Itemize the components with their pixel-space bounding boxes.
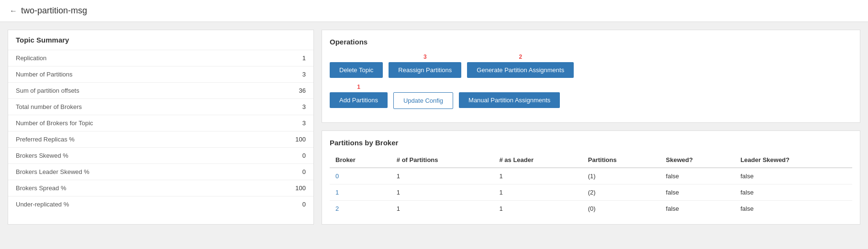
summary-label: Brokers Leader Skewed % bbox=[8, 164, 247, 180]
summary-row: Number of Brokers for Topic 3 bbox=[8, 115, 313, 131]
summary-label: Preferred Replicas % bbox=[8, 131, 247, 148]
summary-label: Number of Brokers for Topic bbox=[8, 115, 247, 131]
right-panel: Operations Delete Topic3Reassign Partiti… bbox=[322, 30, 860, 225]
partitions-table: Broker# of Partitions# as LeaderPartitio… bbox=[330, 152, 852, 217]
badge-reassign-partitions: 3 bbox=[423, 54, 427, 61]
partitions-by-broker-title: Partitions by Broker bbox=[330, 139, 852, 147]
delete-topic-button[interactable]: Delete Topic bbox=[330, 62, 383, 78]
partitions-column-header: # as Leader bbox=[493, 152, 582, 168]
partitions-list: (0) bbox=[582, 201, 660, 217]
summary-label: Brokers Skewed % bbox=[8, 148, 247, 164]
reassign-partitions-button[interactable]: Reassign Partitions bbox=[389, 62, 461, 78]
summary-row: Brokers Spread % 100 bbox=[8, 180, 313, 196]
ops-btn-wrapper-generate-partition-assignments: 2Generate Partition Assignments bbox=[467, 54, 574, 78]
summary-table: Replication 1 Number of Partitions 3 Sum… bbox=[8, 50, 313, 212]
partitions-column-header: # of Partitions bbox=[391, 152, 494, 168]
summary-label: Total number of Brokers bbox=[8, 99, 247, 115]
summary-value: 100 bbox=[247, 180, 313, 196]
operations-panel: Operations Delete Topic3Reassign Partiti… bbox=[322, 30, 860, 123]
summary-value: 0 bbox=[247, 196, 313, 213]
num-partitions: 1 bbox=[391, 168, 494, 184]
operations-row-2: 1Add PartitionsUpdate ConfigManual Parti… bbox=[330, 84, 852, 109]
summary-label: Sum of partition offsets bbox=[8, 83, 247, 99]
summary-label: Replication bbox=[8, 50, 247, 66]
broker-id[interactable]: 0 bbox=[330, 168, 391, 184]
summary-value: 36 bbox=[247, 83, 313, 99]
page-header: ← two-partition-msg bbox=[0, 0, 868, 22]
as-leader: 1 bbox=[493, 168, 582, 184]
summary-row: Number of Partitions 3 bbox=[8, 66, 313, 83]
broker-id[interactable]: 1 bbox=[330, 184, 391, 201]
manual-partition-assignments-button[interactable]: Manual Partition Assignments bbox=[459, 92, 560, 108]
partitions-list: (2) bbox=[582, 184, 660, 201]
add-partitions-button[interactable]: Add Partitions bbox=[330, 92, 388, 108]
summary-row: Replication 1 bbox=[8, 50, 313, 66]
partitions-column-header: Skewed? bbox=[660, 152, 735, 168]
broker-id[interactable]: 2 bbox=[330, 201, 391, 217]
summary-value: 1 bbox=[247, 50, 313, 66]
badge-add-partitions: 1 bbox=[357, 84, 360, 91]
update-config-button[interactable]: Update Config bbox=[393, 92, 453, 109]
partitions-header-row: Broker# of Partitions# as LeaderPartitio… bbox=[330, 152, 852, 168]
as-leader: 1 bbox=[493, 184, 582, 201]
summary-value: 0 bbox=[247, 148, 313, 164]
skewed: false bbox=[660, 184, 735, 201]
ops-btn-wrapper-manual-partition-assignments: Manual Partition Assignments bbox=[459, 84, 560, 108]
table-row: 111(2)falsefalse bbox=[330, 184, 852, 201]
summary-label: Brokers Spread % bbox=[8, 180, 247, 196]
badge-generate-partition-assignments: 2 bbox=[519, 54, 522, 61]
page-title: two-partition-msg bbox=[21, 6, 87, 16]
table-row: 011(1)falsefalse bbox=[330, 168, 852, 184]
ops-btn-wrapper-update-config: Update Config bbox=[393, 84, 453, 109]
summary-row: Brokers Leader Skewed % 0 bbox=[8, 164, 313, 180]
operations-title: Operations bbox=[330, 38, 852, 46]
summary-value: 3 bbox=[247, 66, 313, 83]
main-content: Topic Summary Replication 1 Number of Pa… bbox=[0, 22, 868, 232]
summary-label: Number of Partitions bbox=[8, 66, 247, 83]
as-leader: 1 bbox=[493, 201, 582, 217]
leader-skewed: false bbox=[734, 184, 852, 201]
back-button[interactable]: ← bbox=[10, 7, 17, 15]
summary-row: Total number of Brokers 3 bbox=[8, 99, 313, 115]
summary-value: 3 bbox=[247, 99, 313, 115]
table-row: 211(0)falsefalse bbox=[330, 201, 852, 217]
skewed: false bbox=[660, 201, 735, 217]
summary-row: Brokers Skewed % 0 bbox=[8, 148, 313, 164]
topic-summary-panel: Topic Summary Replication 1 Number of Pa… bbox=[8, 30, 314, 225]
summary-value: 100 bbox=[247, 131, 313, 148]
summary-row: Preferred Replicas % 100 bbox=[8, 131, 313, 148]
summary-row: Under-replicated % 0 bbox=[8, 196, 313, 213]
leader-skewed: false bbox=[734, 201, 852, 217]
ops-btn-wrapper-add-partitions: 1Add Partitions bbox=[330, 84, 388, 108]
skewed: false bbox=[660, 168, 735, 184]
summary-row: Sum of partition offsets 36 bbox=[8, 83, 313, 99]
summary-value: 0 bbox=[247, 164, 313, 180]
ops-btn-wrapper-delete-topic: Delete Topic bbox=[330, 54, 383, 78]
partitions-column-header: Partitions bbox=[582, 152, 660, 168]
operations-row-1: Delete Topic3Reassign Partitions2Generat… bbox=[330, 54, 852, 78]
partitions-column-header: Broker bbox=[330, 152, 391, 168]
leader-skewed: false bbox=[734, 168, 852, 184]
partitions-list: (1) bbox=[582, 168, 660, 184]
partitions-column-header: Leader Skewed? bbox=[734, 152, 852, 168]
summary-label: Under-replicated % bbox=[8, 196, 247, 213]
topic-summary-title: Topic Summary bbox=[8, 30, 313, 50]
num-partitions: 1 bbox=[391, 184, 494, 201]
partitions-by-broker-panel: Partitions by Broker Broker# of Partitio… bbox=[322, 130, 860, 225]
generate-partition-assignments-button[interactable]: Generate Partition Assignments bbox=[467, 62, 574, 78]
summary-value: 3 bbox=[247, 115, 313, 131]
num-partitions: 1 bbox=[391, 201, 494, 217]
ops-btn-wrapper-reassign-partitions: 3Reassign Partitions bbox=[389, 54, 461, 78]
